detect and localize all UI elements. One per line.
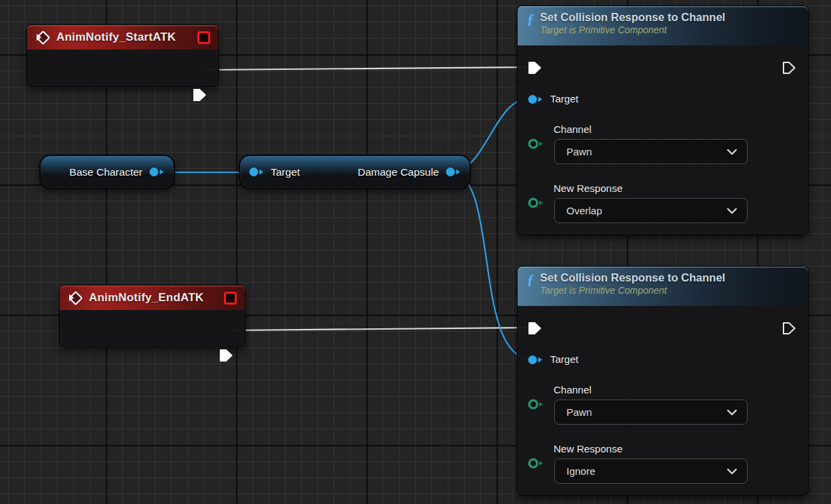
variable-label: Base Character xyxy=(69,166,142,178)
chevron-down-icon xyxy=(727,409,737,416)
variable-node-damage-capsule[interactable]: Target Damage Capsule xyxy=(239,155,471,189)
delegate-pin-icon[interactable] xyxy=(197,31,210,44)
target-pin-label: Target xyxy=(550,353,579,366)
exec-output-pin[interactable] xyxy=(782,322,796,335)
event-node-body xyxy=(27,50,218,86)
target-pin-label: Target xyxy=(271,166,300,178)
channel-pin-label: Channel xyxy=(554,383,592,397)
output-pin-label: Damage Capsule xyxy=(357,166,439,178)
channel-pin-label: Channel xyxy=(554,123,592,136)
new-response-dropdown-value: Overlap xyxy=(566,205,727,216)
function-node-subtitle: Target is Primitive Component xyxy=(540,24,725,35)
function-node-header: ƒ Set Collision Response to Channel Targ… xyxy=(518,6,808,45)
channel-enum-pin[interactable] xyxy=(528,399,543,410)
new-response-enum-pin[interactable] xyxy=(528,458,543,469)
new-response-pin-label: New Response xyxy=(554,442,623,456)
new-response-pin-label: New Response xyxy=(554,182,623,195)
object-output-pin[interactable] xyxy=(446,167,461,177)
exec-wire-startatk-to-setcollision1[interactable] xyxy=(206,67,529,70)
delegate-pin-icon[interactable] xyxy=(224,292,237,305)
target-input-pin[interactable] xyxy=(528,94,543,104)
target-input-pin[interactable] xyxy=(528,355,543,365)
exec-wire-endatk-to-setcollision2[interactable] xyxy=(231,328,529,330)
function-node-set-collision-response-2[interactable]: ƒ Set Collision Response to Channel Targ… xyxy=(517,266,809,496)
function-icon: ƒ xyxy=(527,272,534,288)
target-pin-label: Target xyxy=(550,92,579,106)
object-output-pin[interactable] xyxy=(149,167,164,177)
variable-node-base-character[interactable]: Base Character xyxy=(39,155,175,189)
event-node-title: AnimNotify_StartATK xyxy=(56,31,191,44)
exec-output-pin[interactable] xyxy=(193,88,207,102)
event-node-animnotify-endatk[interactable]: AnimNotify_EndATK xyxy=(59,285,246,347)
exec-input-pin[interactable] xyxy=(528,61,542,75)
event-diamond-icon xyxy=(36,31,50,45)
function-node-header: ƒ Set Collision Response to Channel Targ… xyxy=(518,267,808,306)
new-response-dropdown[interactable]: Overlap xyxy=(554,198,748,223)
function-node-set-collision-response-1[interactable]: ƒ Set Collision Response to Channel Targ… xyxy=(517,5,809,235)
event-node-body xyxy=(60,310,245,347)
exec-output-pin[interactable] xyxy=(782,61,796,75)
blueprint-graph-canvas[interactable]: AnimNotify_StartATK AnimNotify_EndATK Ba… xyxy=(0,0,831,504)
channel-dropdown-value: Pawn xyxy=(566,146,727,157)
event-node-header: AnimNotify_EndATK xyxy=(60,286,245,310)
channel-enum-pin[interactable] xyxy=(528,138,543,149)
new-response-dropdown-value: Ignore xyxy=(566,465,727,477)
chevron-down-icon xyxy=(727,468,737,475)
chevron-down-icon xyxy=(727,208,737,214)
chevron-down-icon xyxy=(727,149,737,155)
object-input-pin[interactable] xyxy=(249,167,264,177)
function-node-title: Set Collision Response to Channel xyxy=(540,11,725,24)
exec-input-pin[interactable] xyxy=(528,322,542,335)
channel-dropdown-value: Pawn xyxy=(566,406,727,418)
function-node-subtitle: Target is Primitive Component xyxy=(540,285,725,296)
new-response-enum-pin[interactable] xyxy=(528,197,543,208)
event-node-title: AnimNotify_EndATK xyxy=(89,291,218,305)
event-node-animnotify-startatk[interactable]: AnimNotify_StartATK xyxy=(26,24,219,87)
function-icon: ƒ xyxy=(527,12,534,27)
channel-dropdown[interactable]: Pawn xyxy=(554,400,748,425)
event-diamond-icon xyxy=(69,291,83,305)
event-node-header: AnimNotify_StartATK xyxy=(27,25,218,50)
channel-dropdown[interactable]: Pawn xyxy=(554,139,748,164)
exec-output-pin[interactable] xyxy=(219,349,233,362)
new-response-dropdown[interactable]: Ignore xyxy=(554,459,748,484)
function-node-title: Set Collision Response to Channel xyxy=(540,271,725,284)
